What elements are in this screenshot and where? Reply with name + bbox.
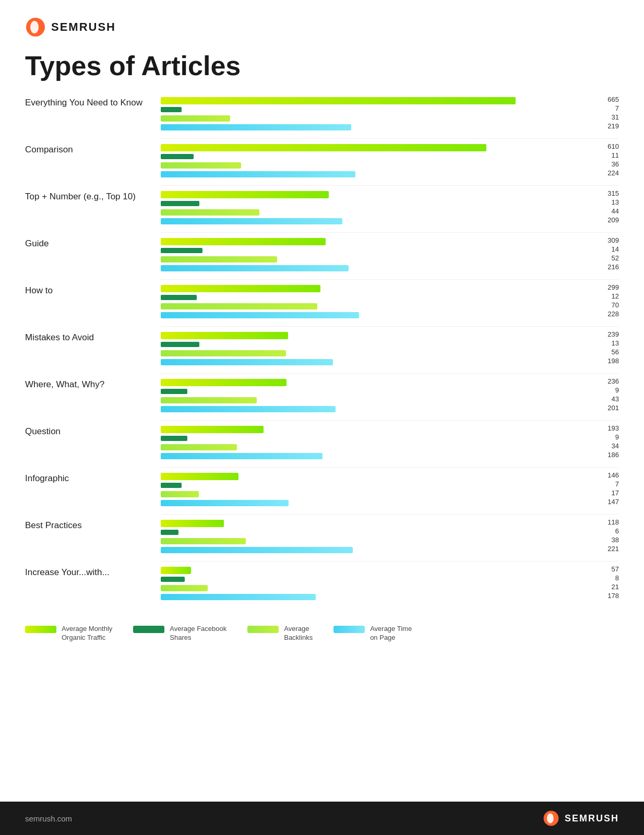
- backlinks-val: 36: [594, 161, 619, 168]
- traffic-bar-row: [161, 520, 588, 527]
- footer-logo: SEMRUSH: [543, 810, 619, 827]
- backlinks-bar: [161, 256, 277, 263]
- row-divider: [161, 279, 619, 280]
- fb-val: 9: [594, 387, 619, 394]
- legend-color-swatch: [133, 626, 164, 633]
- traffic-bar: [161, 379, 287, 386]
- time-bar: [161, 547, 353, 553]
- backlinks-val: 70: [594, 302, 619, 309]
- legend: Average Monthly Organic TrafficAverage F…: [0, 608, 644, 653]
- time-bar-row: [161, 218, 588, 225]
- chart-row: Mistakes to Avoid 239 13 56 198: [25, 329, 619, 368]
- time-bar-row: [161, 546, 588, 554]
- backlinks-bar: [161, 162, 241, 169]
- backlinks-bar: [161, 585, 208, 591]
- backlinks-val: 34: [594, 443, 619, 450]
- backlinks-bar-row: [161, 491, 588, 498]
- fb-val: 6: [594, 528, 619, 535]
- chart-row: Top + Number (e.g., Top 10) 315 13 44 20…: [25, 188, 619, 227]
- traffic-bar-row: [161, 473, 588, 480]
- fb-bar: [161, 154, 194, 159]
- traffic-bar: [161, 144, 486, 151]
- fb-val: 13: [594, 340, 619, 347]
- row-label: Best Practices: [25, 519, 161, 531]
- row-label: Everything You Need to Know: [25, 96, 161, 109]
- bars-container: [161, 143, 588, 178]
- traffic-bar: [161, 567, 191, 574]
- row-divider: [161, 326, 619, 327]
- backlinks-val: 56: [594, 349, 619, 356]
- traffic-bar: [161, 285, 320, 292]
- row-values: 118 6 38 221: [588, 519, 619, 553]
- fb-bar-row: [161, 435, 588, 442]
- footer-logo-icon: [543, 810, 559, 827]
- fb-bar-row: [161, 247, 588, 254]
- traffic-val: 610: [594, 143, 619, 150]
- row-values: 299 12 70 228: [588, 284, 619, 318]
- time-bar-row: [161, 171, 588, 178]
- header: SEMRUSH: [0, 0, 644, 46]
- backlinks-val: 21: [594, 583, 619, 591]
- time-bar: [161, 265, 349, 271]
- row-label: Top + Number (e.g., Top 10): [25, 190, 161, 202]
- fb-val: 9: [594, 434, 619, 441]
- backlinks-bar-row: [161, 209, 588, 216]
- bars-container: [161, 566, 588, 601]
- traffic-val: 57: [594, 566, 619, 573]
- legend-item: Average Facebook Shares: [133, 625, 226, 642]
- bars-container: [161, 425, 588, 460]
- backlinks-val: 38: [594, 536, 619, 544]
- legend-item: Average Time on Page: [333, 625, 412, 642]
- traffic-bar: [161, 473, 238, 480]
- traffic-bar-row: [161, 567, 588, 574]
- backlinks-val: 44: [594, 208, 619, 215]
- backlinks-bar-row: [161, 397, 588, 404]
- time-val: 219: [594, 123, 619, 130]
- fb-bar: [161, 248, 202, 253]
- row-divider: [161, 232, 619, 233]
- time-bar: [161, 359, 333, 365]
- row-values: 57 8 21 178: [588, 566, 619, 600]
- traffic-bar-row: [161, 238, 588, 245]
- legend-item: Average Backlinks: [247, 625, 313, 642]
- traffic-bar-row: [161, 379, 588, 386]
- row-divider: [161, 561, 619, 562]
- fb-bar-row: [161, 388, 588, 395]
- fb-bar-row: [161, 529, 588, 536]
- bars-container: [161, 96, 588, 131]
- time-val: 178: [594, 592, 619, 600]
- legend-label: Average Facebook Shares: [170, 625, 226, 642]
- row-divider: [161, 373, 619, 374]
- row-values: 239 13 56 198: [588, 331, 619, 365]
- traffic-bar: [161, 191, 329, 198]
- backlinks-val: 17: [594, 490, 619, 497]
- logo-text: SEMRUSH: [51, 20, 116, 34]
- time-bar: [161, 124, 351, 130]
- row-label: Infographic: [25, 472, 161, 484]
- footer-url: semrush.com: [25, 814, 72, 823]
- chart-row: Increase Your...with... 57 8 21 178: [25, 564, 619, 603]
- chart-row: Guide 309 14 52 216: [25, 235, 619, 274]
- backlinks-bar-row: [161, 584, 588, 592]
- traffic-bar: [161, 97, 516, 104]
- legend-color-swatch: [247, 626, 279, 633]
- traffic-bar: [161, 238, 326, 245]
- fb-bar-row: [161, 341, 588, 348]
- traffic-val: 236: [594, 378, 619, 385]
- bars-container: [161, 519, 588, 554]
- chart-row: Everything You Need to Know 665 7 31 219: [25, 94, 619, 133]
- traffic-bar-row: [161, 144, 588, 151]
- traffic-bar-row: [161, 285, 588, 292]
- traffic-val: 299: [594, 284, 619, 291]
- fb-bar: [161, 201, 199, 206]
- traffic-val: 239: [594, 331, 619, 338]
- fb-bar: [161, 577, 185, 582]
- time-bar-row: [161, 265, 588, 272]
- traffic-bar-row: [161, 191, 588, 198]
- time-bar: [161, 218, 342, 224]
- backlinks-bar: [161, 303, 317, 309]
- fb-bar: [161, 530, 178, 535]
- time-val: 209: [594, 217, 619, 224]
- row-values: 236 9 43 201: [588, 378, 619, 412]
- page-title: Types of Articles: [0, 46, 644, 94]
